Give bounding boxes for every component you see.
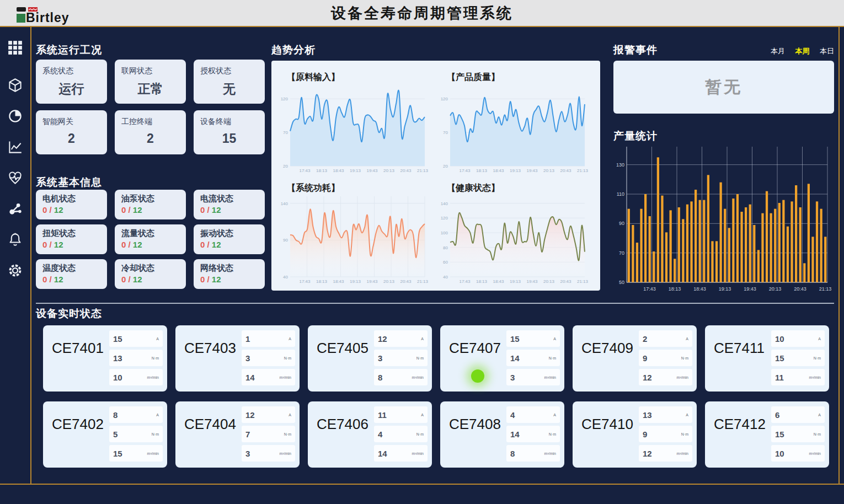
- molecule-icon[interactable]: [8, 201, 23, 216]
- unit-label: m³/min: [809, 452, 821, 455]
- svg-text:60: 60: [443, 260, 448, 265]
- unit-label: N·m: [152, 356, 159, 360]
- unit-label: m³/min: [544, 376, 556, 379]
- svg-text:17:43: 17:43: [299, 279, 311, 284]
- grid-icon[interactable]: [8, 40, 23, 55]
- svg-text:17:43: 17:43: [299, 168, 311, 173]
- tab-today[interactable]: 本日: [820, 47, 834, 55]
- unit-label: N·m: [549, 432, 556, 436]
- status-card-terminal: 工控终端 2: [115, 110, 186, 154]
- tab-this-week[interactable]: 本周: [795, 47, 810, 55]
- card-value: 运行: [42, 81, 100, 98]
- current-pill: 2A: [639, 330, 692, 347]
- cube-icon[interactable]: [8, 78, 23, 93]
- svg-text:21:13: 21:13: [577, 279, 589, 284]
- pie-chart-icon[interactable]: [8, 109, 23, 124]
- card-label: 扭矩状态: [42, 228, 100, 239]
- device-card-ce7401[interactable]: CE7401 15A 13N·m 10m³/min: [43, 325, 167, 392]
- unit-label: A: [156, 413, 159, 417]
- device-name: CE7409: [581, 340, 633, 357]
- info-card-motor: 电机状态 0 / 12: [36, 190, 107, 219]
- line-chart-icon[interactable]: [8, 140, 23, 154]
- svg-text:19:13: 19:13: [350, 279, 361, 284]
- bell-icon[interactable]: [8, 232, 23, 247]
- svg-text:50: 50: [619, 280, 624, 285]
- unit-label: A: [686, 413, 688, 417]
- card-label: 电流状态: [200, 194, 258, 204]
- device-card-ce7405[interactable]: CE7405 12A 3N·m 8m³/min: [308, 325, 432, 392]
- trend-chart-product-quality: 【产品质量】 207012017:4318:1318:4319:1319:432…: [436, 66, 596, 177]
- alarm-count: 0 /: [42, 205, 52, 215]
- chart-title: 【产品质量】: [447, 72, 596, 83]
- system-info-grid: 电机状态 0 / 12 油泵状态 0 / 12 电流状态 0 / 12 扭矩状态…: [36, 190, 265, 289]
- device-card-ce7407[interactable]: CE7407 15A 14N·m 3m³/min: [440, 325, 564, 392]
- total-count: 12: [212, 205, 221, 215]
- alarm-header: 报警事件 本月 本周 本日: [613, 43, 834, 57]
- devices-title: 设备实时状态: [36, 307, 102, 321]
- device-card-ce7409[interactable]: CE7409 2A 9N·m 12m³/min: [573, 325, 697, 392]
- device-card-ce7402[interactable]: CE7402 8A 5N·m 15m³/min: [43, 401, 167, 468]
- unit-label: m³/min: [147, 376, 159, 379]
- svg-text:70: 70: [443, 130, 448, 135]
- svg-text:40: 40: [443, 275, 448, 280]
- svg-text:40: 40: [283, 275, 288, 280]
- device-card-ce7406[interactable]: CE7406 11A 4N·m 14m³/min: [308, 401, 432, 468]
- svg-text:17:43: 17:43: [459, 168, 471, 173]
- settings-icon[interactable]: [8, 263, 23, 278]
- alarm-count: 0 /: [200, 275, 210, 284]
- unit-label: A: [421, 413, 424, 417]
- status-card-device-terminal: 设备终端 15: [194, 110, 265, 154]
- info-card-temperature: 温度状态 0 / 12: [36, 259, 107, 289]
- svg-text:80: 80: [443, 245, 448, 250]
- card-value: 正常: [121, 81, 179, 98]
- system-info-title: 系统基本信息: [36, 175, 102, 190]
- unit-label: N·m: [681, 356, 688, 360]
- device-card-ce7412[interactable]: CE7412 6A 15N·m 10m³/min: [705, 401, 829, 468]
- unit-label: N·m: [814, 432, 821, 436]
- device-name: CE7404: [184, 416, 236, 433]
- svg-text:19:13: 19:13: [719, 286, 731, 292]
- current-pill: 6A: [771, 406, 825, 423]
- card-label: 联网状态: [121, 66, 179, 76]
- frame-line-right: [838, 27, 840, 484]
- device-name: CE7411: [714, 340, 765, 357]
- svg-text:20:43: 20:43: [400, 279, 412, 284]
- tab-this-month[interactable]: 本月: [771, 47, 785, 55]
- info-card-vibration: 振动状态 0 / 12: [194, 224, 265, 254]
- svg-text:20:13: 20:13: [769, 286, 782, 292]
- current-pill: 1A: [242, 330, 295, 347]
- device-card-ce7403[interactable]: CE7403 1A 3N·m 14m³/min: [175, 325, 300, 392]
- unit-label: m³/min: [544, 452, 556, 455]
- svg-text:20:13: 20:13: [543, 168, 555, 173]
- alarm-count: 0 /: [121, 275, 131, 284]
- card-label: 流量状态: [121, 228, 179, 239]
- svg-text:20: 20: [443, 164, 448, 169]
- device-card-ce7411[interactable]: CE7411 10A 15N·m 11m³/min: [705, 325, 829, 392]
- card-label: 设备终端: [200, 117, 258, 127]
- device-grid: CE7401 15A 13N·m 10m³/min CE7403 1A 3N·m…: [43, 325, 829, 468]
- torque-pill: 13N·m: [109, 350, 163, 366]
- card-value: 2: [121, 131, 179, 146]
- unit-label: m³/min: [280, 376, 291, 379]
- alarm-count: 0 /: [200, 205, 210, 215]
- total-count: 12: [133, 205, 142, 215]
- svg-text:110: 110: [617, 191, 624, 197]
- unit-label: A: [818, 413, 821, 417]
- svg-text:120: 120: [441, 216, 448, 221]
- svg-text:20:13: 20:13: [543, 279, 555, 284]
- card-label: 振动状态: [200, 228, 258, 239]
- svg-text:20:43: 20:43: [400, 168, 412, 173]
- status-card-license: 授权状态 无: [194, 60, 265, 104]
- card-label: 冷却状态: [121, 263, 179, 274]
- device-card-ce7410[interactable]: CE7410 13A 9N·m 12m³/min: [573, 401, 697, 468]
- card-value: 2: [42, 131, 100, 146]
- total-count: 12: [212, 240, 221, 249]
- unit-label: m³/min: [147, 452, 159, 455]
- device-card-ce7404[interactable]: CE7404 12A 7N·m 3m³/min: [175, 401, 300, 468]
- device-card-ce7408[interactable]: CE7408 4A 14N·m 8m³/min: [440, 401, 564, 468]
- health-icon[interactable]: [8, 170, 23, 185]
- unit-label: N·m: [284, 356, 291, 360]
- svg-text:140: 140: [281, 201, 289, 206]
- production-title: 产量统计: [613, 129, 658, 143]
- device-name: CE7412: [714, 416, 766, 433]
